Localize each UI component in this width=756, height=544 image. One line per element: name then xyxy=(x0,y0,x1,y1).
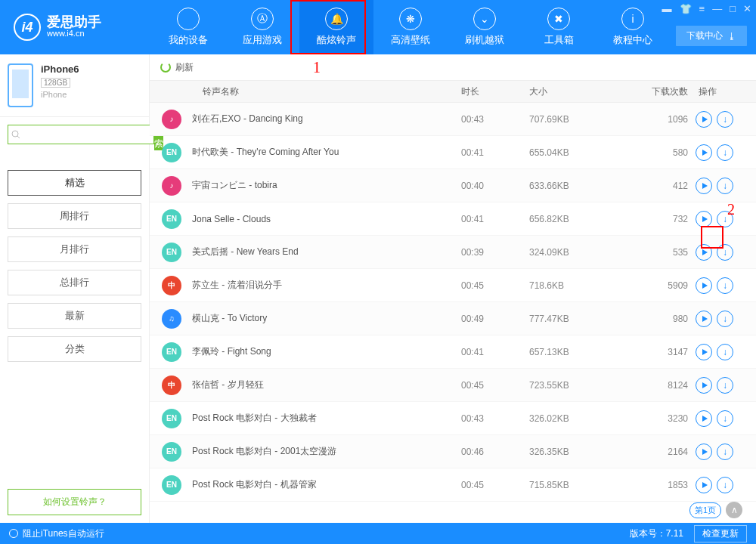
nav-icon: i xyxy=(621,8,644,30)
play-button[interactable] xyxy=(696,377,712,394)
itunes-toggle-icon[interactable] xyxy=(9,529,18,538)
download-center-button[interactable]: 下载中心 ⭳ xyxy=(676,26,747,46)
download-button[interactable] xyxy=(717,444,733,460)
table-row[interactable]: ♫横山克 - To Victory00:49777.47KB980 xyxy=(150,302,756,335)
annotation-label-1: 1 xyxy=(313,59,321,76)
side-tab-5[interactable]: 分类 xyxy=(8,336,141,362)
play-button[interactable] xyxy=(696,211,712,227)
row-name: 刘在石,EXO - Dancing King xyxy=(192,113,461,125)
table-row[interactable]: 中苏立生 - 流着泪说分手00:45718.6KB5909 xyxy=(150,269,756,302)
page-next[interactable]: ∧ xyxy=(726,502,742,518)
row-category-icon: EN xyxy=(162,475,181,495)
row-downloads: 412 xyxy=(620,181,688,191)
download-button[interactable] xyxy=(717,244,733,261)
play-button[interactable] xyxy=(696,444,712,460)
row-size: 326.02KB xyxy=(529,413,620,424)
feedback-icon[interactable]: ▬ xyxy=(662,3,672,14)
play-button[interactable] xyxy=(696,410,712,427)
row-name: 横山克 - To Victory xyxy=(192,312,461,325)
table-row[interactable]: 中张信哲 - 岁月轻狂00:45723.55KB8124 xyxy=(150,369,756,402)
row-downloads: 8124 xyxy=(620,380,688,391)
nav-icon: ✖ xyxy=(547,8,570,30)
table-row[interactable]: ♪宇宙コンビニ - tobira00:40633.66KB412 xyxy=(150,169,756,202)
table-row[interactable]: ENJona Selle - Clouds00:41656.82KB732 xyxy=(150,202,756,236)
pager: 第1页 ∧ xyxy=(689,502,742,518)
row-duration: 00:41 xyxy=(461,214,529,224)
nav-item-0[interactable]: 我的设备 xyxy=(151,0,225,54)
itunes-toggle-label[interactable]: 阻止iTunes自动运行 xyxy=(23,527,104,540)
minimize-icon[interactable]: — xyxy=(712,3,722,14)
side-tab-1[interactable]: 周排行 xyxy=(8,203,141,229)
table-row[interactable]: ENPost Rock 电影对白 - 大独裁者00:43326.02KB3230 xyxy=(150,402,756,435)
play-button[interactable] xyxy=(696,244,712,261)
download-button[interactable] xyxy=(717,377,733,394)
download-button[interactable] xyxy=(717,277,733,294)
play-button[interactable] xyxy=(696,477,712,493)
download-button[interactable] xyxy=(717,144,733,161)
row-category-icon: 中 xyxy=(162,276,181,295)
play-button[interactable] xyxy=(696,277,712,294)
row-size: 715.85KB xyxy=(529,480,620,490)
row-duration: 00:45 xyxy=(461,380,529,391)
download-button[interactable] xyxy=(717,311,733,327)
play-button[interactable] xyxy=(696,178,712,194)
page-label[interactable]: 第1页 xyxy=(689,502,721,518)
nav-item-5[interactable]: ✖工具箱 xyxy=(522,0,596,54)
download-button[interactable] xyxy=(717,111,733,128)
app-url: www.i4.cn xyxy=(47,29,101,39)
nav-item-2[interactable]: 🔔酷炫铃声 xyxy=(299,0,373,54)
row-size: 657.13KB xyxy=(529,347,620,357)
row-category-icon: ♫ xyxy=(162,309,181,329)
menu-icon[interactable]: ≡ xyxy=(699,3,705,14)
nav-item-3[interactable]: ❋高清壁纸 xyxy=(373,0,448,54)
table-row[interactable]: ♪刘在石,EXO - Dancing King00:43707.69KB1096 xyxy=(150,103,756,136)
row-size: 633.66KB xyxy=(529,181,620,191)
close-icon[interactable]: ✕ xyxy=(743,3,751,14)
check-update-button[interactable]: 检查更新 xyxy=(694,525,747,542)
device-capacity: 128GB xyxy=(41,78,70,88)
row-downloads: 580 xyxy=(620,147,688,158)
content: 刷新 铃声名称 时长 大小 下载次数 操作 ♪刘在石,EXO - Dancing… xyxy=(150,54,756,523)
table-row[interactable]: EN美式后摇 - New Years End00:39324.09KB535 xyxy=(150,236,756,269)
side-tab-2[interactable]: 月排行 xyxy=(8,236,141,262)
play-button[interactable] xyxy=(696,111,712,128)
maximize-icon[interactable]: □ xyxy=(730,3,736,14)
row-duration: 00:49 xyxy=(461,314,529,324)
side-tab-4[interactable]: 最新 xyxy=(8,303,141,329)
table-row[interactable]: EN时代欧美 - They're Coming After You00:4165… xyxy=(150,136,756,169)
row-duration: 00:43 xyxy=(461,413,529,424)
play-button[interactable] xyxy=(696,144,712,161)
table-row[interactable]: ENPost Rock 电影对白 - 机器管家00:45715.85KB1853 xyxy=(150,468,756,502)
device-name: iPhone6 xyxy=(41,63,79,75)
nav-item-6[interactable]: i教程中心 xyxy=(596,0,670,54)
row-downloads: 1096 xyxy=(620,114,688,125)
download-button[interactable] xyxy=(717,410,733,427)
side-tab-0[interactable]: 精选 xyxy=(8,170,141,196)
refresh-icon[interactable] xyxy=(160,62,171,73)
row-duration: 00:45 xyxy=(461,480,529,490)
download-button[interactable] xyxy=(717,344,733,360)
col-downloads: 下载次数 xyxy=(620,85,688,98)
annotation-label-2: 2 xyxy=(727,201,735,218)
side-tab-3[interactable]: 总排行 xyxy=(8,270,141,295)
table-row[interactable]: ENPost Rock 电影对白 - 2001太空漫游00:46326.35KB… xyxy=(150,435,756,468)
nav-item-4[interactable]: ⌄刷机越狱 xyxy=(448,0,522,54)
play-button[interactable] xyxy=(696,311,712,327)
ringtone-help-link[interactable]: 如何设置铃声？ xyxy=(8,489,141,515)
device-type: iPhone xyxy=(41,90,79,99)
search-input[interactable] xyxy=(8,125,154,144)
nav-item-1[interactable]: Ⓐ应用游戏 xyxy=(225,0,299,54)
device-panel[interactable]: iPhone6 128GB iPhone xyxy=(0,54,149,117)
row-downloads: 1853 xyxy=(620,480,688,490)
skin-icon[interactable]: 👕 xyxy=(680,3,692,14)
refresh-label[interactable]: 刷新 xyxy=(175,61,194,74)
row-name: 宇宙コンビニ - tobira xyxy=(192,179,461,192)
play-button[interactable] xyxy=(696,344,712,360)
row-ops xyxy=(688,178,756,194)
table-row[interactable]: EN李佩玲 - Fight Song00:41657.13KB3147 xyxy=(150,335,756,369)
download-button[interactable] xyxy=(717,477,733,493)
row-category-icon: EN xyxy=(162,143,181,162)
row-name: Post Rock 电影对白 - 机器管家 xyxy=(192,478,461,491)
row-duration: 00:40 xyxy=(461,181,529,191)
download-button[interactable] xyxy=(717,178,733,194)
